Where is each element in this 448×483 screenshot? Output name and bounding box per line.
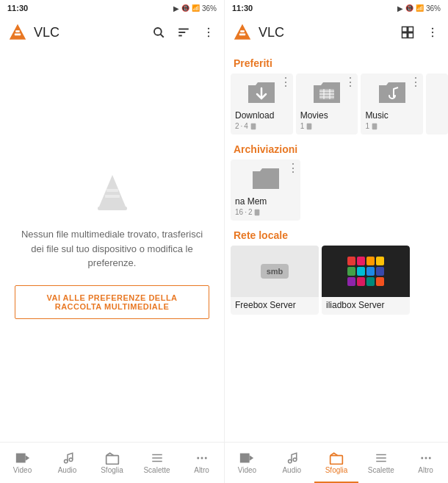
right-app-title: VLC (259, 25, 400, 40)
sort-button-left[interactable] (176, 24, 192, 40)
svg-rect-28 (240, 30, 245, 32)
svg-rect-36 (251, 123, 256, 129)
freebox-name: Freebox Server (231, 297, 300, 310)
folder-music[interactable]: ⋮ Music 1 (361, 74, 423, 135)
preferences-button[interactable]: VAI ALLE PREFERENZE DELLA RACCOLTA MULTI… (15, 285, 209, 319)
svg-point-3 (154, 28, 162, 35)
right-nav-altro-label: Altro (418, 466, 433, 474)
grid-button-right[interactable] (400, 24, 416, 40)
folder-music-more[interactable]: ⋮ (410, 76, 422, 88)
left-nav-altro[interactable]: Altro (179, 443, 224, 483)
folder-storage[interactable]: ⋮ na Mem 16 · 2 (231, 160, 300, 221)
right-nav-audio[interactable]: Audio (270, 443, 314, 483)
folder-movies[interactable]: ⋮ Movies 1 (296, 74, 358, 135)
svg-rect-29 (402, 27, 408, 32)
folder-music-name: Music (365, 110, 419, 121)
left-time: 11:30 (7, 4, 28, 12)
folder-storage-meta: 16 · 2 (235, 208, 261, 216)
right-wifi: 📶 (416, 4, 424, 12)
more-button-left[interactable] (200, 24, 217, 40)
vlc-logo-left (7, 22, 28, 43)
file-icon-download (250, 123, 257, 130)
right-nav-scalette-label: Scalette (368, 466, 394, 474)
svg-point-9 (208, 32, 209, 33)
empty-message: Nessun file multimediale trovato, trasfe… (15, 227, 209, 271)
folder-storage-more[interactable]: ⋮ (287, 162, 299, 174)
wifi-icon: 📶 (192, 4, 200, 12)
left-panel: 11:30 ▶ 📵 📶 36% VLC (0, 0, 224, 483)
file-icon-music (371, 123, 378, 130)
empty-state-icon (90, 171, 134, 215)
svg-point-56 (424, 457, 427, 459)
right-battery: 36% (426, 4, 441, 12)
right-nav-altro[interactable]: Altro (403, 443, 448, 483)
svg-rect-13 (106, 189, 118, 192)
storage-folder-icon (251, 165, 281, 192)
right-panel: 11:30 ▶ 📵 📶 36% VLC (224, 0, 448, 483)
left-nav-audio-label: Audio (58, 466, 77, 474)
svg-point-25 (204, 457, 206, 459)
right-nav-scalette[interactable]: Scalette (358, 443, 403, 483)
folder-download-name: Download (235, 110, 289, 121)
right-nav-video[interactable]: Video (225, 443, 270, 483)
right-content: Preferiti ⋮ Download 2 · 4 (225, 49, 448, 442)
left-nav-video-label: Video (13, 466, 32, 474)
svg-point-24 (200, 457, 203, 459)
svg-marker-15 (15, 454, 25, 463)
iliadbox-thumb (322, 246, 410, 297)
svg-rect-43 (307, 123, 312, 129)
folder-iliadbox[interactable]: iliadbox Server (322, 246, 410, 315)
left-nav-sfoglia[interactable]: Sfoglia (90, 443, 134, 483)
svg-rect-19 (106, 456, 118, 465)
folder-download-meta: 2 · 4 (235, 122, 257, 130)
svg-point-57 (428, 457, 430, 459)
file-icon-movies (306, 123, 313, 130)
svg-rect-45 (372, 123, 377, 129)
left-nav-audio[interactable]: Audio (45, 443, 90, 483)
preferiti-folder-row: ⋮ Download 2 · 4 ⋮ (231, 74, 448, 135)
left-toolbar-icons (151, 24, 217, 40)
right-nav-video-label: Video (238, 466, 256, 474)
vlc-logo-right (232, 22, 253, 43)
svg-point-23 (197, 457, 199, 459)
play-indicator: ▶ (173, 4, 179, 12)
folder-download[interactable]: ⋮ Download 2 · 4 (231, 74, 293, 135)
svg-point-55 (421, 457, 423, 459)
right-toolbar-icons (400, 24, 441, 40)
svg-marker-47 (240, 454, 250, 463)
left-app-title: VLC (34, 25, 151, 40)
folder-storage-name: na Mem (235, 196, 296, 207)
battery-left: 36% (202, 4, 217, 12)
svg-point-35 (432, 35, 433, 37)
right-bottom-nav: Video Audio Sfoglia Scalette Altro (225, 442, 448, 483)
left-status-icons: ▶ 📵 📶 36% (173, 4, 217, 12)
music-folder-icon (377, 79, 407, 106)
svg-rect-30 (408, 27, 413, 32)
svg-rect-14 (98, 207, 127, 210)
folder-freebox[interactable]: smb Freebox Server (231, 246, 319, 315)
movies-folder-icon (312, 79, 342, 106)
svg-rect-27 (239, 33, 245, 35)
section-preferiti-title: Preferiti (231, 51, 448, 74)
svg-rect-32 (408, 33, 413, 38)
right-time: 11:30 (232, 4, 253, 12)
left-nav-video[interactable]: Video (0, 443, 45, 483)
svg-line-4 (161, 35, 164, 37)
folder-download-more[interactable]: ⋮ (280, 76, 292, 88)
right-nav-sfoglia-label: Sfoglia (325, 466, 348, 474)
more-button-right[interactable] (424, 24, 441, 40)
right-nav-sfoglia[interactable]: Sfoglia (314, 443, 359, 483)
svg-rect-31 (402, 33, 408, 38)
search-button-left[interactable] (151, 24, 167, 40)
svg-marker-48 (250, 455, 254, 460)
file-icon-storage (253, 209, 261, 216)
freebox-thumb: smb (231, 246, 319, 297)
left-nav-sfoglia-label: Sfoglia (101, 466, 123, 474)
folder-movies-more[interactable]: ⋮ (344, 76, 356, 88)
left-nav-scalette[interactable]: Scalette (134, 443, 179, 483)
left-status-bar: 11:30 ▶ 📵 📶 36% (0, 0, 224, 16)
svg-rect-46 (255, 209, 260, 215)
section-archiviazioni-title: Archiviazioni (231, 137, 448, 160)
folder-overflow[interactable] (426, 74, 448, 135)
left-nav-altro-label: Altro (194, 466, 209, 474)
